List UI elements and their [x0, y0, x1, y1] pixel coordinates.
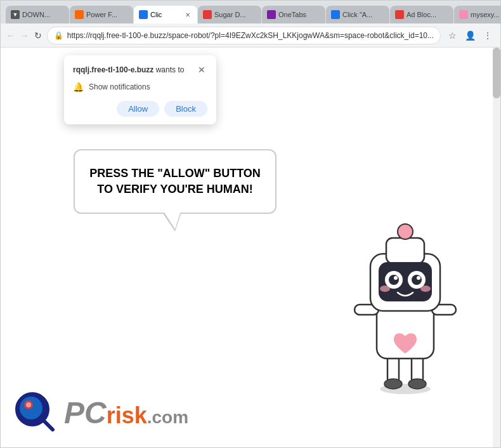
svg-point-18	[417, 276, 420, 280]
tab-5[interactable]: OneTabs	[262, 6, 325, 23]
profile-icon[interactable]: 👤	[462, 28, 478, 43]
svg-point-17	[394, 276, 398, 280]
svg-point-16	[412, 275, 422, 285]
page-content: rqqlj.free-tl-100-e.buzz wants to ✕ 🔔 Sh…	[1, 48, 500, 447]
tab-4-label: Sugar D...	[214, 11, 256, 18]
tab-8-label: mysexy...	[471, 11, 501, 18]
pcrisk-risk-text: risk	[107, 402, 147, 429]
tab-7-favicon	[395, 10, 404, 19]
svg-point-20	[420, 286, 431, 292]
popup-notification-row: 🔔 Show notifications	[73, 82, 207, 92]
robot-svg	[342, 219, 469, 397]
pcrisk-pc-text: PC	[64, 395, 107, 430]
tab-6-label: Click "A...	[342, 11, 384, 18]
tab-1-favicon: ▼	[11, 10, 20, 19]
popup-title: rqqlj.free-tl-100-e.buzz wants to	[73, 65, 184, 74]
tab-7-label: Ad Bloc...	[407, 11, 448, 18]
tab-7[interactable]: Ad Bloc...	[390, 6, 453, 23]
tab-4-favicon	[203, 10, 212, 19]
speech-bubble: PRESS THE "ALLOW" BUTTON TO VERIFY YOU'R…	[74, 149, 277, 214]
address-actions: ☆ 👤 ⋮	[445, 28, 495, 43]
allow-button[interactable]: Allow	[117, 101, 159, 117]
menu-icon[interactable]: ⋮	[480, 28, 495, 43]
svg-point-11	[398, 224, 413, 239]
tab-8-favicon	[459, 10, 468, 19]
tab-2-favicon	[75, 10, 84, 19]
tab-8[interactable]: mysexy...	[454, 6, 501, 23]
browser-window: ▼ DOWN... Power F... Clic ✕ Sugar D...	[0, 0, 501, 448]
tab-5-label: OneTabs	[278, 11, 320, 18]
tab-5-favicon	[267, 10, 276, 19]
popup-site-name: rqqlj.free-tl-100-e.buzz	[73, 65, 153, 74]
lock-icon: 🔒	[54, 31, 63, 40]
popup-header: rqqlj.free-tl-100-e.buzz wants to ✕	[73, 64, 207, 76]
bookmark-icon[interactable]: ☆	[445, 28, 460, 43]
tab-6-favicon	[331, 10, 340, 19]
tab-1-label: DOWN...	[22, 11, 64, 18]
popup-notification-text: Show notifications	[89, 82, 150, 91]
tab-3-close-icon[interactable]: ✕	[183, 10, 192, 19]
bell-icon: 🔔	[73, 82, 84, 92]
robot-illustration	[342, 219, 469, 397]
svg-rect-10	[386, 238, 424, 263]
svg-point-19	[380, 286, 390, 292]
scrollbar-thumb[interactable]	[493, 48, 500, 98]
pcrisk-dotcom-text: .com	[147, 407, 188, 428]
svg-point-24	[26, 402, 31, 407]
tab-6[interactable]: Click "A...	[326, 6, 389, 23]
popup-wants-to: wants to	[156, 65, 185, 74]
tab-3-active[interactable]: Clic ✕	[134, 6, 197, 23]
tab-2[interactable]: Power F...	[70, 6, 133, 23]
tab-bar: ▼ DOWN... Power F... Clic ✕ Sugar D...	[6, 1, 501, 23]
forward-button[interactable]: →	[20, 28, 30, 43]
address-bar: ← → ↻ 🔒 https://rqqlj.free-tl-100-e.buzz…	[1, 23, 500, 48]
svg-point-4	[408, 379, 426, 389]
block-button[interactable]: Block	[164, 101, 207, 117]
tab-3-label: Clic	[150, 11, 181, 18]
url-bar[interactable]: 🔒 https://rqqlj.free-tl-100-e.buzz/space…	[47, 27, 441, 44]
tab-3-favicon	[139, 10, 148, 19]
popup-close-button[interactable]: ✕	[196, 64, 207, 76]
scrollbar[interactable]	[493, 48, 500, 447]
tab-4[interactable]: Sugar D...	[198, 6, 261, 23]
tab-1[interactable]: ▼ DOWN...	[6, 6, 69, 23]
notification-popup: rqqlj.free-tl-100-e.buzz wants to ✕ 🔔 Sh…	[64, 55, 216, 124]
svg-line-25	[45, 422, 53, 430]
url-text: https://rqqlj.free-tl-100-e.buzz/space-r…	[67, 31, 434, 40]
svg-point-15	[389, 275, 399, 285]
bubble-text: PRESS THE "ALLOW" BUTTON TO VERIFY YOU'R…	[88, 166, 263, 197]
pcrisk-logo: PC risk .com	[13, 390, 188, 435]
pcrisk-text: PC risk .com	[64, 395, 188, 430]
tab-2-label: Power F...	[86, 11, 128, 18]
title-bar: ▼ DOWN... Power F... Clic ✕ Sugar D...	[1, 1, 500, 23]
svg-point-3	[384, 379, 402, 389]
pcrisk-magnifier-icon	[13, 390, 58, 435]
popup-buttons: Allow Block	[73, 101, 207, 117]
back-button[interactable]: ←	[6, 28, 16, 43]
refresh-button[interactable]: ↻	[33, 28, 43, 43]
